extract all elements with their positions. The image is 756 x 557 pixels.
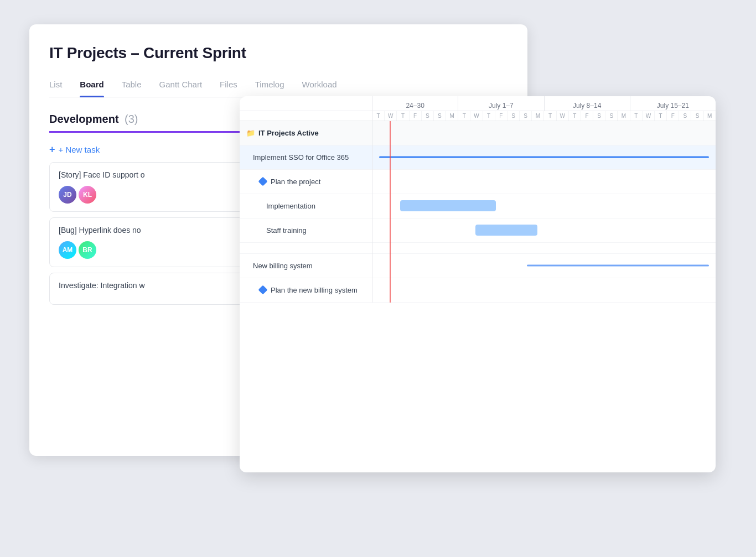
tabs-bar: List Board Table Gantt Chart Files Timel…: [49, 75, 508, 97]
gantt-body: 📁 IT Projects Active Implement SSO for O…: [240, 121, 716, 303]
gantt-bar-row-impl: [372, 194, 716, 218]
avatar-user1: JD: [59, 186, 76, 204]
day-T2: T: [397, 111, 409, 121]
task-label-impl: Implementation: [266, 202, 315, 210]
gantt-group-row: 📁 IT Projects Active: [240, 121, 372, 145]
task-label-training: Staff training: [266, 226, 307, 235]
task-label-plan-billing: Plan the new billing system: [271, 286, 358, 294]
day-T3: T: [458, 111, 470, 121]
day-S1: S: [422, 111, 434, 121]
tab-timelog[interactable]: Timelog: [255, 75, 284, 97]
week-header-2: July 1–7: [458, 96, 544, 111]
new-task-label: + New task: [59, 145, 100, 154]
app-container: IT Projects – Current Sprint List Board …: [29, 24, 727, 533]
task-label-plan: Plan the project: [271, 178, 320, 186]
day-W3: W: [557, 111, 569, 121]
avatar-user3: AM: [59, 241, 76, 259]
task-row-plan: Plan the project: [240, 170, 372, 194]
task-label-sso: Implement SSO for Office 365: [253, 153, 349, 162]
bar-impl: [400, 200, 496, 211]
day-S7: S: [679, 111, 691, 121]
day-M1: M: [446, 111, 458, 121]
day-W1: W: [385, 111, 397, 121]
page-title: IT Projects – Current Sprint: [49, 44, 508, 62]
avatar-user4: BR: [79, 241, 96, 259]
gantt-bar-row-sso: [372, 145, 716, 170]
column-title-development: Development: [49, 113, 119, 125]
bar-training: [475, 225, 537, 236]
day-F4: F: [667, 111, 679, 121]
day-T1: T: [372, 111, 385, 121]
day-M4: M: [704, 111, 716, 121]
task-row-training: Staff training: [240, 218, 372, 243]
day-S5: S: [593, 111, 605, 121]
day-F3: F: [581, 111, 593, 121]
plus-icon: +: [49, 144, 55, 155]
day-T8: T: [655, 111, 667, 121]
task-avatars-1: JD KL: [59, 186, 265, 204]
day-W4: W: [643, 111, 655, 121]
task-title-2: [Bug] Hyperlink does no: [59, 226, 265, 235]
day-S4: S: [520, 111, 532, 121]
tab-gantt[interactable]: Gantt Chart: [159, 75, 203, 97]
bar-billing: [527, 265, 709, 267]
day-T7: T: [630, 111, 643, 121]
tab-list[interactable]: List: [49, 75, 62, 97]
week-header-1: 24–30: [372, 96, 458, 111]
day-T5: T: [544, 111, 556, 121]
task-row-billing: New billing system: [240, 254, 372, 278]
gantt-bar-row-billing: [372, 254, 716, 278]
day-M2: M: [532, 111, 544, 121]
gantt-bar-row-group: [372, 121, 716, 145]
week-header-4: July 15–21: [630, 96, 716, 111]
day-S8: S: [691, 111, 703, 121]
week-header-3: July 8–14: [545, 96, 630, 111]
bar-sso: [379, 157, 708, 158]
task-row-impl: Implementation: [240, 194, 372, 218]
gantt-bar-separator: [372, 243, 716, 254]
gantt-bar-row-training: [372, 218, 716, 243]
gantt-separator: [240, 243, 372, 254]
folder-icon: 📁: [246, 129, 255, 137]
day-M3: M: [618, 111, 630, 121]
day-F2: F: [495, 111, 508, 121]
avatar-user2: KL: [79, 186, 96, 204]
tab-workload[interactable]: Workload: [302, 75, 337, 97]
day-S3: S: [508, 111, 520, 121]
day-F1: F: [410, 111, 422, 121]
day-S2: S: [434, 111, 446, 121]
gantt-bars-area: [372, 121, 716, 303]
column-count-development: (3): [125, 113, 138, 125]
diamond-icon-1: [258, 177, 268, 186]
diamond-icon-2: [258, 285, 268, 295]
gantt-bar-row-plan-billing: [372, 278, 716, 303]
day-T4: T: [483, 111, 495, 121]
gantt-bar-row-plan: [372, 170, 716, 194]
task-label-billing: New billing system: [253, 262, 313, 270]
task-title-3: Investigate: Integration w: [59, 281, 265, 290]
task-row-plan-billing: Plan the new billing system: [240, 278, 372, 303]
tab-files[interactable]: Files: [220, 75, 237, 97]
day-T6: T: [569, 111, 581, 121]
tab-board[interactable]: Board: [80, 75, 103, 97]
gantt-task-labels: 📁 IT Projects Active Implement SSO for O…: [240, 121, 372, 303]
task-row-sso: Implement SSO for Office 365: [240, 145, 372, 170]
gantt-card: 24–30 July 1–7 July 8–14 July 15–21 T W …: [240, 96, 716, 472]
day-W2: W: [470, 111, 483, 121]
task-avatars-2: AM BR: [59, 241, 265, 259]
task-title-1: [Story] Face ID support o: [59, 170, 265, 179]
tab-table[interactable]: Table: [122, 75, 142, 97]
new-task-button[interactable]: + + New task: [49, 137, 100, 162]
day-S6: S: [605, 111, 618, 121]
group-label: IT Projects Active: [258, 129, 319, 137]
